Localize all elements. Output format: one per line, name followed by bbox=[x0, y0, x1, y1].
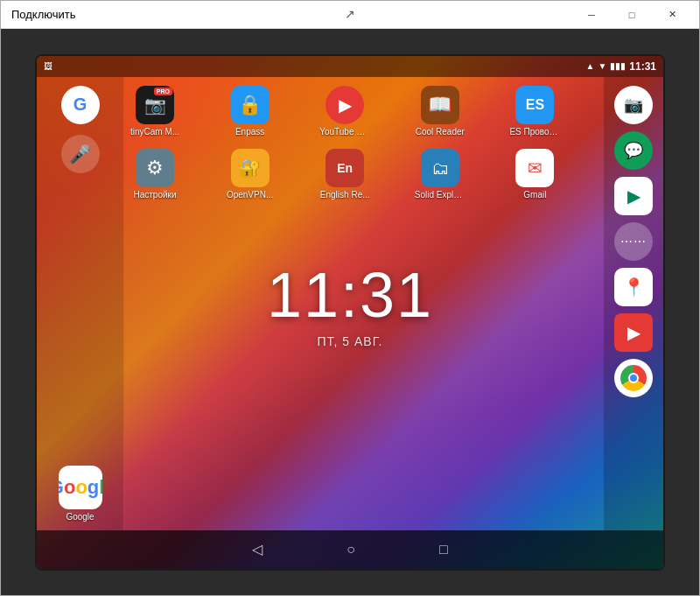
maps-sidebar-icon[interactable]: 📍 bbox=[612, 268, 655, 306]
status-bar: 🖼 ▲ ▼ ▮▮▮ 11:31 bbox=[37, 56, 663, 77]
tinycam-icon[interactable]: 📷 PRO tinyCam M... bbox=[129, 86, 181, 145]
solid-explorer-icon[interactable]: 🗂 Solid Explo... bbox=[414, 149, 466, 208]
chrome-sidebar-icon[interactable] bbox=[612, 359, 655, 397]
google-app-label: Google bbox=[66, 512, 94, 522]
clock-time: 11:31 bbox=[267, 259, 433, 331]
home-button[interactable]: ○ bbox=[340, 535, 362, 564]
openvpn-icon[interactable]: 🔐 OpenVPN... bbox=[224, 149, 276, 208]
google-app-bottom[interactable]: Google Google bbox=[54, 466, 107, 522]
maximize-button[interactable]: □ bbox=[612, 1, 652, 29]
app-drawer-sidebar-icon[interactable]: ⋯⋯ bbox=[612, 222, 655, 261]
mic-widget[interactable]: 🎤 bbox=[54, 135, 107, 173]
resize-handle-icon[interactable]: ↗ bbox=[345, 7, 355, 21]
status-left: 🖼 bbox=[44, 61, 52, 71]
youtube-icon[interactable]: ▶ YouTube M... bbox=[318, 86, 371, 145]
content-area: 🖼 ▲ ▼ ▮▮▮ 11:31 G 🎤 bbox=[1, 29, 699, 595]
clock-date: ПТ, 5 АВГ. bbox=[267, 334, 433, 348]
enpass-icon[interactable]: 🔒 Enpass bbox=[224, 86, 276, 145]
back-button[interactable]: ◁ bbox=[245, 534, 270, 564]
english-icon[interactable]: En English Re... bbox=[318, 149, 371, 208]
youtube-sidebar-icon[interactable]: ▶ bbox=[612, 313, 655, 352]
window-controls: ─ □ ✕ bbox=[571, 1, 692, 29]
camera-sidebar-icon[interactable]: 📷 bbox=[612, 86, 655, 124]
tablet-screen: 🖼 ▲ ▼ ▮▮▮ 11:31 G 🎤 bbox=[35, 54, 665, 571]
recents-button[interactable]: □ bbox=[432, 535, 455, 564]
close-button[interactable]: ✕ bbox=[652, 1, 692, 29]
right-sidebar: 📷 💬 ▶ ⋯⋯ bbox=[604, 77, 663, 530]
gmail-icon[interactable]: ✉ Gmail bbox=[508, 149, 561, 208]
clock-widget: 11:31 ПТ, 5 АВГ. bbox=[267, 259, 433, 348]
play-store-sidebar-icon[interactable]: ▶ bbox=[612, 177, 655, 215]
battery-icon: ▮▮▮ bbox=[610, 61, 626, 71]
settings-icon[interactable]: ⚙ Настройки bbox=[129, 149, 181, 208]
status-right: ▲ ▼ ▮▮▮ 11:31 bbox=[585, 60, 656, 73]
coolreader-icon[interactable]: 📖 Cool Reader bbox=[414, 86, 466, 145]
pro-badge: PRO bbox=[154, 88, 172, 95]
google-search-widget[interactable]: G bbox=[54, 86, 107, 124]
left-sidebar: G 🎤 Google Google bbox=[37, 77, 124, 530]
minimize-button[interactable]: ─ bbox=[571, 1, 612, 29]
wifi-icon: ▲ bbox=[585, 61, 594, 71]
main-window: Подключить ↗ ─ □ ✕ 🖼 ▲ ▼ ▮▮▮ 11:31 bbox=[0, 0, 700, 596]
hangouts-sidebar-icon[interactable]: 💬 bbox=[612, 131, 655, 170]
navigation-bar: ◁ ○ □ bbox=[37, 530, 663, 569]
app-grid: 📷 PRO tinyCam M... 🔒 Enpass ▶ YouTube M.… bbox=[124, 77, 604, 217]
signal-icon: ▼ bbox=[598, 61, 606, 71]
status-time: 11:31 bbox=[629, 60, 656, 73]
window-title: Подключить bbox=[11, 8, 76, 21]
es-icon[interactable]: ES ES Провод... bbox=[508, 86, 561, 145]
title-bar: Подключить ↗ ─ □ ✕ bbox=[1, 1, 699, 29]
notification-icon: 🖼 bbox=[44, 61, 52, 71]
